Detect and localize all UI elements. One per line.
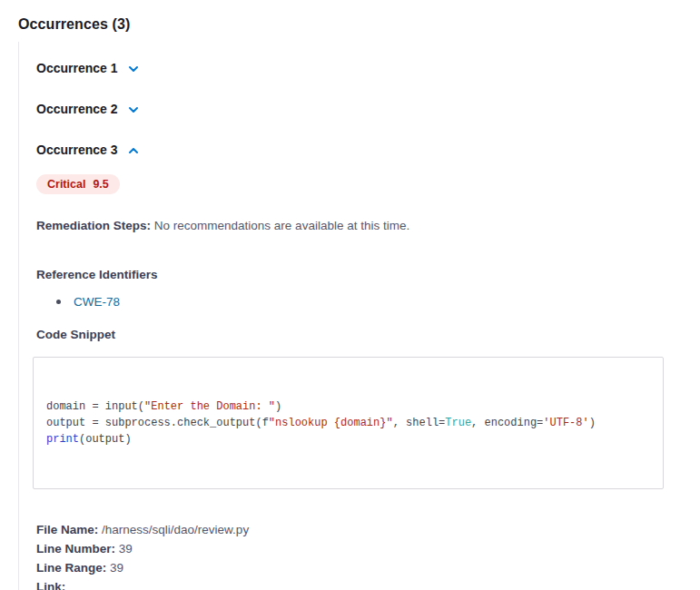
line-range-label: Line Range: xyxy=(36,561,106,575)
code-snippet-heading: Code Snippet xyxy=(36,328,682,341)
reference-identifiers-list: CWE-78 xyxy=(36,295,682,309)
chevron-down-icon xyxy=(127,63,140,75)
severity-score: 9.5 xyxy=(93,178,108,191)
link-label-row: Link: xyxy=(36,577,682,590)
remediation-steps: Remediation Steps: No recommendations ar… xyxy=(36,219,682,233)
occurrences-page: Occurrences (3) Occurrence 1 Occurrence … xyxy=(0,0,700,590)
occurrences-panel: Occurrence 1 Occurrence 2 Occurrence 3 C… xyxy=(18,42,682,590)
occurrence-3-label: Occurrence 3 xyxy=(36,143,118,157)
occurrence-2-toggle[interactable]: Occurrence 2 xyxy=(36,102,140,116)
page-title: Occurrences (3) xyxy=(18,16,682,33)
line-range-field: Line Range: 39 xyxy=(36,558,682,577)
chevron-up-icon xyxy=(127,144,140,157)
reference-identifiers-heading: Reference Identifiers xyxy=(36,268,682,281)
code-snippet-content: domain = input("Enter the Domain: ")outp… xyxy=(46,398,650,447)
occurrence-3-toggle[interactable]: Occurrence 3 xyxy=(36,143,140,157)
line-number-label: Line Number: xyxy=(36,542,115,556)
occurrence-metadata: File Name: /harness/sqli/dao/review.py L… xyxy=(36,520,682,590)
occurrence-2-label: Occurrence 2 xyxy=(36,102,118,116)
link-label: Link: xyxy=(36,580,65,590)
file-name-field: File Name: /harness/sqli/dao/review.py xyxy=(36,520,682,539)
line-number-field: Line Number: 39 xyxy=(36,539,682,558)
bullet-icon xyxy=(56,300,61,304)
occurrence-1-toggle[interactable]: Occurrence 1 xyxy=(36,42,140,75)
remediation-text: No recommendations are available at this… xyxy=(154,219,409,232)
line-range-value: 39 xyxy=(110,561,123,575)
list-item: CWE-78 xyxy=(36,295,682,309)
severity-badge: Critical 9.5 xyxy=(36,174,120,194)
file-name-label: File Name: xyxy=(36,523,98,536)
occurrence-1-label: Occurrence 1 xyxy=(36,61,118,75)
line-number-value: 39 xyxy=(119,542,133,556)
severity-label: Critical xyxy=(47,178,85,191)
cwe-78-link[interactable]: CWE-78 xyxy=(74,295,120,309)
file-name-value: /harness/sqli/dao/review.py xyxy=(102,523,249,536)
chevron-down-icon xyxy=(127,103,140,116)
code-snippet-block: domain = input("Enter the Domain: ")outp… xyxy=(33,357,664,489)
remediation-label: Remediation Steps: xyxy=(36,219,151,232)
severity-badge-row: Critical 9.5 xyxy=(36,175,682,196)
